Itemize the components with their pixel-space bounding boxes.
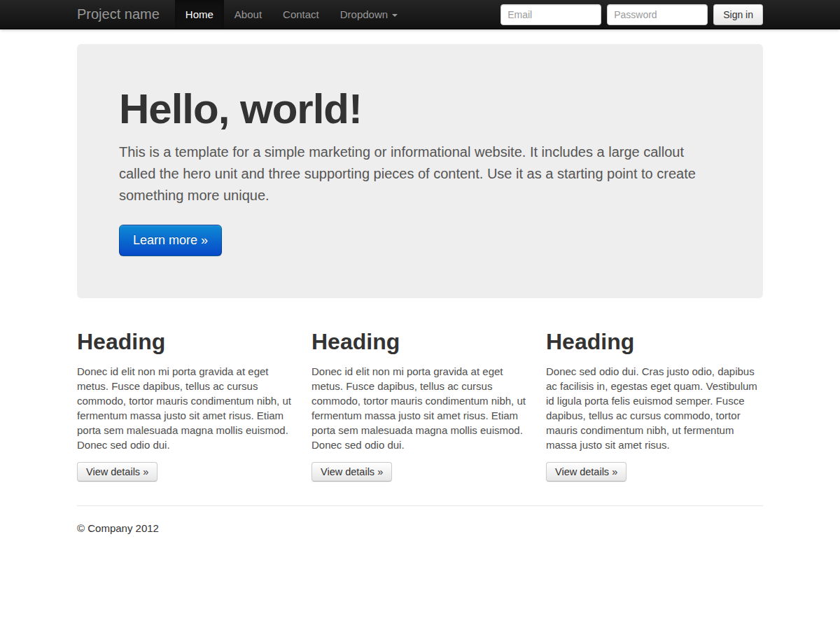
navbar: Project name Home About Contact Dropdown…	[0, 0, 840, 29]
view-details-button-3[interactable]: View details »	[546, 462, 626, 482]
content-columns: Heading Donec id elit non mi porta gravi…	[77, 329, 763, 482]
brand-title[interactable]: Project name	[77, 0, 160, 29]
hero-unit: Hello, world! This is a template for a s…	[77, 44, 763, 298]
email-field[interactable]	[500, 4, 601, 25]
nav-item-dropdown-label: Dropdown	[340, 8, 388, 20]
hero-description: This is a template for a simple marketin…	[119, 141, 721, 206]
copyright-text: © Company 2012	[77, 522, 763, 534]
footer: © Company 2012	[77, 505, 763, 534]
nav-item-dropdown[interactable]: Dropdown	[330, 0, 408, 29]
nav-item-about[interactable]: About	[224, 0, 272, 29]
password-field[interactable]	[607, 4, 708, 25]
learn-more-button[interactable]: Learn more »	[119, 225, 222, 256]
caret-down-icon	[392, 14, 398, 17]
navbar-inner: Project name Home About Contact Dropdown…	[77, 0, 763, 29]
nav-item-contact[interactable]: Contact	[272, 0, 330, 29]
column-1: Heading Donec id elit non mi porta gravi…	[77, 329, 294, 482]
sign-in-button[interactable]: Sign in	[713, 4, 763, 25]
nav-item-home[interactable]: Home	[175, 0, 224, 29]
signin-form: Sign in	[500, 0, 763, 29]
footer-divider	[77, 505, 763, 506]
nav-menu: Home About Contact Dropdown	[175, 0, 408, 29]
view-details-button-1[interactable]: View details »	[77, 462, 158, 482]
column-text: Donec id elit non mi porta gravida at eg…	[312, 364, 528, 452]
column-2: Heading Donec id elit non mi porta gravi…	[312, 329, 528, 482]
column-3: Heading Donec sed odio dui. Cras justo o…	[546, 329, 763, 482]
view-details-button-2[interactable]: View details »	[312, 462, 392, 482]
column-heading: Heading	[77, 329, 294, 355]
column-text: Donec sed odio dui. Cras justo odio, dap…	[546, 364, 763, 452]
column-text: Donec id elit non mi porta gravida at eg…	[77, 364, 294, 452]
hero-title: Hello, world!	[119, 85, 721, 133]
column-heading: Heading	[546, 329, 763, 355]
column-heading: Heading	[312, 329, 528, 355]
